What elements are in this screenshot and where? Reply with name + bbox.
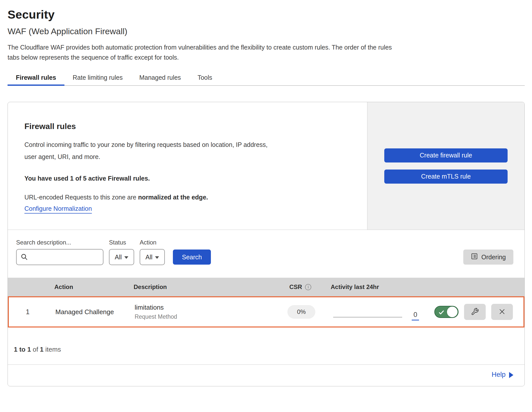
create-firewall-rule-button[interactable]: Create firewall rule <box>384 148 508 162</box>
ordering-button[interactable]: Ordering <box>463 250 513 265</box>
tab-firewall-rules[interactable]: Firewall rules <box>8 70 64 86</box>
panel-description-line2: user agent, URI, and more. <box>24 153 100 160</box>
chevron-down-icon <box>124 256 128 259</box>
ordering-list-icon <box>471 253 478 261</box>
status-label: Status <box>109 239 134 246</box>
action-label: Action <box>140 239 165 246</box>
tab-bar: Firewall rules Rate limiting rules Manag… <box>8 70 525 86</box>
search-label: Search description... <box>16 239 103 246</box>
help-link-label: Help <box>491 371 506 379</box>
items-label: items <box>45 346 61 353</box>
csr-badge: 0% <box>287 305 315 319</box>
normalization-prefix: URL-encoded Requests to this zone are <box>24 194 138 201</box>
status-dropdown[interactable]: All <box>109 249 134 265</box>
header-description: Description <box>126 283 277 291</box>
rule-enabled-toggle[interactable] <box>434 306 459 318</box>
panel-description: Control incoming traffic to your zone by… <box>24 139 350 163</box>
search-icon <box>21 253 28 262</box>
wrench-icon <box>471 308 479 316</box>
page-description-line1: The Cloudflare WAF provides both automat… <box>8 44 392 51</box>
page-description-line2: tabs below represents the sequence of tr… <box>8 54 179 61</box>
activity-count-link[interactable]: 0 <box>412 311 419 320</box>
normalization-bold: normalized at the edge. <box>138 194 208 201</box>
card-top-section: Firewall rules Control incoming traffic … <box>8 102 524 230</box>
status-field-group: Status All <box>109 239 134 265</box>
edit-rule-button[interactable] <box>464 304 486 320</box>
page-subtitle: WAF (Web Application Firewall) <box>8 26 525 36</box>
items-count: 1 to 1of1items <box>8 327 524 364</box>
table-header: Action Description CSR Activity last 24h… <box>8 278 524 296</box>
search-box <box>16 249 103 265</box>
header-action: Action <box>46 283 126 291</box>
tab-managed-rules[interactable]: Managed rules <box>131 70 189 86</box>
action-field-group: Action All <box>140 239 165 265</box>
ordering-button-label: Ordering <box>481 254 506 261</box>
rule-controls <box>419 304 523 320</box>
header-csr: CSR <box>289 283 312 291</box>
panel-heading: Firewall rules <box>24 122 350 131</box>
arrow-right-icon <box>509 372 513 378</box>
tab-rate-limiting-rules[interactable]: Rate limiting rules <box>64 70 131 86</box>
chevron-down-icon <box>155 256 159 259</box>
items-range: 1 to 1 <box>14 346 31 353</box>
search-button[interactable]: Search <box>173 250 211 265</box>
actions-sidebar: Create firewall rule Create mTLS rule <box>367 102 524 230</box>
help-row: Help <box>8 364 524 386</box>
filter-toolbar: Search description... Status All Action <box>8 230 524 278</box>
activity-sparkline <box>333 317 402 317</box>
panel-description-line1: Control incoming traffic to your zone by… <box>24 141 268 148</box>
firewall-rules-card: Firewall rules Control incoming traffic … <box>8 102 525 386</box>
action-dropdown-value: All <box>145 254 153 261</box>
search-field-group: Search description... <box>16 239 103 265</box>
toggle-knob <box>447 307 458 317</box>
page-title: Security <box>8 8 525 21</box>
info-icon[interactable] <box>305 284 311 290</box>
items-of: of <box>33 346 38 353</box>
status-dropdown-value: All <box>115 254 122 261</box>
help-link[interactable]: Help <box>491 371 513 379</box>
action-dropdown[interactable]: All <box>140 249 165 265</box>
rule-activity-cell: 0 <box>325 297 419 326</box>
header-activity: Activity last 24hr <box>324 283 418 291</box>
check-icon <box>438 309 445 317</box>
usage-text: You have used 1 of 5 active Firewall rul… <box>24 175 350 182</box>
rule-description: limitations <box>135 304 278 311</box>
items-total: 1 <box>40 346 44 353</box>
rule-action: Managed Challenge <box>47 308 127 316</box>
firewall-rules-info: Firewall rules Control incoming traffic … <box>8 102 367 230</box>
rule-csr-cell: 0% <box>287 305 315 319</box>
create-mtls-rule-button[interactable]: Create mTLS rule <box>384 170 508 184</box>
normalization-text: URL-encoded Requests to this zone are no… <box>24 194 350 201</box>
page-description: The Cloudflare WAF provides both automat… <box>8 42 525 62</box>
rule-description-sub: Request Method <box>135 313 278 320</box>
table-row: 1 Managed Challenge limitations Request … <box>8 296 524 327</box>
rule-priority: 1 <box>26 308 29 316</box>
tab-tools[interactable]: Tools <box>189 70 220 86</box>
rule-description-cell: limitations Request Method <box>127 304 278 320</box>
configure-normalization-link[interactable]: Configure Normalization <box>24 205 92 214</box>
search-input[interactable] <box>16 249 103 265</box>
security-waf-page: Security WAF (Web Application Firewall) … <box>0 8 532 386</box>
delete-rule-button[interactable] <box>491 304 513 320</box>
close-icon <box>498 308 506 316</box>
header-csr-label: CSR <box>289 283 302 291</box>
